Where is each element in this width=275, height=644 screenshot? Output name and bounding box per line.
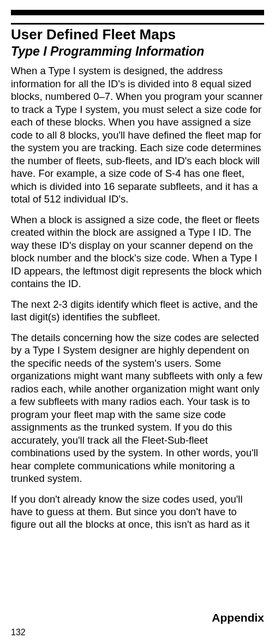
body-paragraph: The next 2-3 digits identify which fleet…	[11, 298, 264, 324]
body-paragraph: The details concerning how the size code…	[11, 331, 264, 485]
top-rule-thick	[11, 10, 264, 15]
page-number: 132	[11, 628, 26, 637]
body-paragraph: If you don't already know the size codes…	[11, 493, 264, 531]
page-subheading: Type I Programming Information	[11, 44, 264, 59]
body-paragraph: When a block is assigned a size code, th…	[11, 213, 264, 290]
footer-section-title: Appendix	[212, 611, 264, 624]
page-heading: User Defined Fleet Maps	[11, 27, 264, 43]
top-rule-thin	[11, 23, 264, 25]
body-paragraph: When a Type I system is designed, the ad…	[11, 64, 264, 205]
